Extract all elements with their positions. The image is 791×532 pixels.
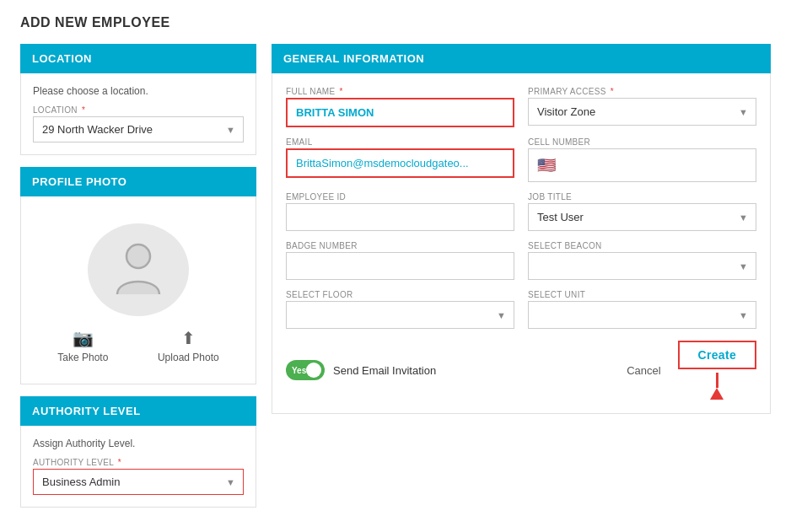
- authority-level-section: AUTHORITY LEVEL Assign Authority Level. …: [20, 396, 256, 508]
- select-floor-field: SELECT FLOOR ▼: [286, 290, 514, 329]
- badge-number-label: BADGE NUMBER: [286, 241, 514, 250]
- photo-placeholder: [88, 223, 189, 316]
- email-field: EMAIL: [286, 137, 514, 182]
- authority-field-group: AUTHORITY LEVEL * Business Admin ▼: [33, 458, 244, 495]
- authority-level-header: AUTHORITY LEVEL: [20, 396, 256, 426]
- profile-photo-section: PROFILE PHOTO 📷 Take Photo: [20, 167, 256, 384]
- location-select-wrapper: 29 North Wacker Drive ▼: [33, 116, 244, 142]
- toggle-yes-label: Yes: [292, 366, 306, 375]
- email-invitation-toggle[interactable]: Yes: [286, 360, 325, 380]
- primary-access-select-wrap: Visitor Zone ▼: [528, 98, 756, 126]
- badge-number-field: BADGE NUMBER: [286, 241, 514, 280]
- page-container: ADD NEW EMPLOYEE LOCATION Please choose …: [0, 0, 791, 532]
- general-info-header: GENERAL INFORMATION: [272, 44, 771, 73]
- cancel-button[interactable]: Cancel: [618, 359, 669, 382]
- profile-photo-body: 📷 Take Photo ⬆ Upload Photo: [20, 196, 256, 384]
- badge-number-input[interactable]: [286, 252, 514, 280]
- camera-icon: 📷: [73, 328, 94, 348]
- authority-level-body: Assign Authority Level. AUTHORITY LEVEL …: [20, 426, 256, 508]
- form-grid: FULL NAME * PRIMARY ACCESS *: [286, 87, 756, 329]
- cell-number-label: CELL NUMBER: [528, 137, 756, 147]
- left-panel: LOCATION Please choose a location. LOCAT…: [20, 44, 256, 508]
- take-photo-button[interactable]: 📷 Take Photo: [57, 328, 108, 363]
- location-select[interactable]: 29 North Wacker Drive: [33, 116, 244, 142]
- cell-number-field: CELL NUMBER 🇺🇸: [528, 137, 756, 182]
- employee-id-label: EMPLOYEE ID: [286, 192, 514, 202]
- svg-point-0: [126, 245, 150, 268]
- location-field-group: LOCATION * 29 North Wacker Drive ▼: [33, 105, 244, 142]
- select-unit-field: SELECT UNIT ▼: [528, 290, 756, 329]
- job-title-label: JOB TITLE: [528, 192, 756, 202]
- email-label: EMAIL: [286, 137, 514, 147]
- select-unit-select[interactable]: [528, 301, 756, 329]
- employee-id-input[interactable]: [286, 203, 514, 231]
- action-buttons: Cancel Create: [618, 341, 756, 400]
- arrow-stem: [716, 373, 718, 388]
- create-button[interactable]: Create: [678, 341, 756, 369]
- select-floor-select[interactable]: [286, 301, 514, 329]
- full-name-label: FULL NAME *: [286, 87, 514, 96]
- main-layout: LOCATION Please choose a location. LOCAT…: [20, 44, 771, 508]
- email-input[interactable]: [286, 148, 514, 178]
- page-title: ADD NEW EMPLOYEE: [20, 15, 771, 30]
- primary-access-label: PRIMARY ACCESS *: [528, 87, 756, 96]
- cell-number-flag: 🇺🇸: [528, 148, 756, 182]
- job-title-field: JOB TITLE Test User ▼: [528, 192, 756, 231]
- select-beacon-select[interactable]: [528, 252, 756, 280]
- authority-field-label: AUTHORITY LEVEL *: [33, 458, 244, 467]
- authority-placeholder-text: Assign Authority Level.: [33, 438, 244, 449]
- arrow-up-icon: [710, 388, 724, 400]
- photo-actions: 📷 Take Photo ⬆ Upload Photo: [33, 328, 244, 372]
- right-panel: GENERAL INFORMATION FULL NAME * P: [272, 44, 771, 414]
- select-beacon-field: SELECT BEACON ▼: [528, 241, 756, 280]
- location-placeholder-text: Please choose a location.: [33, 85, 244, 97]
- location-section-body: Please choose a location. LOCATION * 29 …: [20, 73, 256, 155]
- primary-access-select[interactable]: Visitor Zone: [528, 98, 756, 126]
- job-title-select[interactable]: Test User: [528, 203, 756, 231]
- full-name-input[interactable]: [286, 98, 514, 127]
- select-beacon-wrap: ▼: [528, 252, 756, 280]
- toggle-slider: Yes: [286, 360, 325, 380]
- email-toggle-group: Yes Send Email Invitation: [286, 360, 436, 380]
- location-field-label: LOCATION *: [33, 105, 244, 115]
- profile-photo-header: PROFILE PHOTO: [20, 167, 256, 196]
- general-info-body: FULL NAME * PRIMARY ACCESS *: [272, 73, 771, 414]
- job-title-select-wrap: Test User ▼: [528, 203, 756, 231]
- authority-level-select[interactable]: Business Admin: [33, 469, 244, 495]
- authority-select-wrapper: Business Admin ▼: [33, 469, 244, 495]
- select-unit-wrap: ▼: [528, 301, 756, 329]
- primary-access-field: PRIMARY ACCESS * Visitor Zone ▼: [528, 87, 756, 127]
- select-beacon-label: SELECT BEACON: [528, 241, 756, 250]
- footer-row: Yes Send Email Invitation Cancel Create: [286, 341, 756, 400]
- create-arrow-indicator: [710, 373, 724, 400]
- upload-photo-button[interactable]: ⬆ Upload Photo: [158, 328, 219, 363]
- full-name-field: FULL NAME *: [286, 87, 514, 127]
- select-floor-label: SELECT FLOOR: [286, 290, 514, 299]
- upload-icon: ⬆: [181, 328, 196, 348]
- person-icon: [113, 239, 164, 301]
- select-unit-label: SELECT UNIT: [528, 290, 756, 299]
- send-email-label: Send Email Invitation: [333, 364, 436, 377]
- create-button-container: Create: [678, 341, 756, 400]
- location-section-header: LOCATION: [20, 44, 256, 73]
- employee-id-field: EMPLOYEE ID: [286, 192, 514, 231]
- select-floor-wrap: ▼: [286, 301, 514, 329]
